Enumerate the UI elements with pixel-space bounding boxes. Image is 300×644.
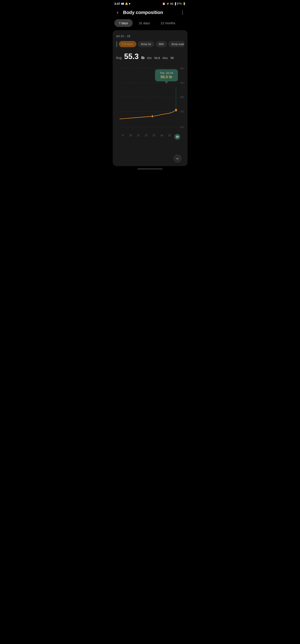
alarm-icon: 🔔 (125, 2, 128, 5)
bottom-controls: ⇔ (116, 153, 184, 166)
x-axis-item-10: 10 (127, 134, 134, 140)
svg-text:64.3: 64.3 (180, 67, 184, 70)
chip-bmi[interactable]: BMI (156, 41, 167, 47)
date-range: Jul 10 – 16 (116, 34, 184, 38)
alarm-clock-icon: ⏰ (162, 2, 165, 5)
x-axis-item-15: 15 (166, 134, 173, 140)
more-options-button[interactable]: ⋮ (179, 9, 186, 16)
min-label: Min (147, 56, 152, 60)
svg-text:52.6: 52.6 (180, 126, 184, 128)
status-time: 3:47 (114, 2, 120, 6)
network-icon: 5G (170, 2, 173, 5)
x-label-11: 11 (134, 134, 142, 140)
page-title: Body composition (123, 10, 163, 15)
home-indicator (137, 168, 163, 169)
avg-unit: lb (141, 56, 145, 60)
tab-12months[interactable]: 12 months (156, 19, 180, 27)
x-axis-item-16[interactable]: 16 (173, 134, 181, 140)
status-bar: 3:47 📧 🔔 ⏰ ⚡ 5G ▐ 97% 🔋 (111, 0, 189, 7)
svg-text:58.5: 58.5 (180, 96, 184, 98)
avg-value: 55.3 (124, 52, 139, 61)
x-axis-item-9: 9 (119, 134, 127, 140)
tooltip-arrow (165, 81, 168, 84)
svg-point-11 (151, 115, 153, 118)
dot-indicator (129, 3, 130, 4)
back-icon: ‹ (117, 10, 118, 15)
tab-31days[interactable]: 31 days (134, 19, 155, 27)
svg-text:61.4: 61.4 (180, 81, 184, 84)
stats-row: Avg 55.3 lb Min 54.6 Max 56 (116, 52, 184, 61)
bluetooth-icon: ⚡ (166, 2, 169, 5)
bottom-indicator (111, 166, 189, 171)
x-label-16-active[interactable]: 16 (174, 134, 180, 140)
scroll-indicator (116, 41, 117, 47)
notification-icon: 📧 (121, 2, 124, 5)
chip-body-fat[interactable]: Body fat (138, 41, 154, 47)
tooltip-value: 56.0 lb (158, 75, 175, 79)
chart-tooltip: Tue, Jul 16 56.0 lb (155, 69, 178, 81)
avg-label: Avg (116, 56, 122, 60)
metric-chips: Fat mass Body fat BMI Body water BMR (116, 41, 184, 48)
back-button[interactable]: ‹ (114, 9, 121, 16)
x-axis-item-12: 12 (142, 134, 150, 140)
x-label-13: 13 (150, 134, 158, 140)
header: ‹ Body composition ⋮ (111, 7, 189, 19)
min-value: 54.6 (154, 56, 160, 60)
battery-text: 97% (177, 2, 182, 5)
x-label-14: 14 (158, 134, 165, 140)
expand-button[interactable]: ⇔ (173, 154, 182, 163)
x-label-12: 12 (142, 134, 150, 140)
battery-icon: 🔋 (183, 2, 186, 5)
min-max: Min 54.6 Max 56 (147, 56, 174, 60)
svg-point-12 (175, 108, 177, 112)
expand-icon: ⇔ (176, 157, 179, 160)
x-axis: 9 10 11 12 13 14 15 16 (116, 134, 184, 140)
x-axis-item-13: 13 (150, 134, 158, 140)
x-label-10: 10 (127, 134, 134, 140)
chip-body-water[interactable]: Body water (169, 41, 184, 47)
chip-fat-mass[interactable]: Fat mass (119, 41, 136, 47)
svg-text:55.5: 55.5 (180, 110, 184, 113)
tab-bar: 7 days 31 days 12 months (111, 19, 189, 30)
x-axis-item-14: 14 (158, 134, 165, 140)
signal-icon: ▐ (174, 2, 176, 5)
main-card: Jul 10 – 16 Fat mass Body fat BMI Body w… (113, 30, 188, 166)
header-left: ‹ Body composition (114, 9, 163, 16)
x-label-9: 9 (119, 134, 127, 140)
x-axis-item-11: 11 (134, 134, 142, 140)
status-left: 3:47 📧 🔔 (114, 2, 130, 6)
x-label-15: 15 (166, 134, 173, 140)
tab-7days[interactable]: 7 days (114, 19, 133, 27)
status-right: ⏰ ⚡ 5G ▐ 97% 🔋 (162, 2, 186, 5)
max-label: Max (163, 56, 168, 60)
tooltip-date: Tue, Jul 16 (158, 71, 175, 74)
chart-container: Tue, Jul 16 56.0 lb 64.3 61.4 58.5 55.5 (116, 65, 184, 153)
max-value: 56 (170, 56, 174, 60)
more-icon: ⋮ (180, 10, 185, 15)
